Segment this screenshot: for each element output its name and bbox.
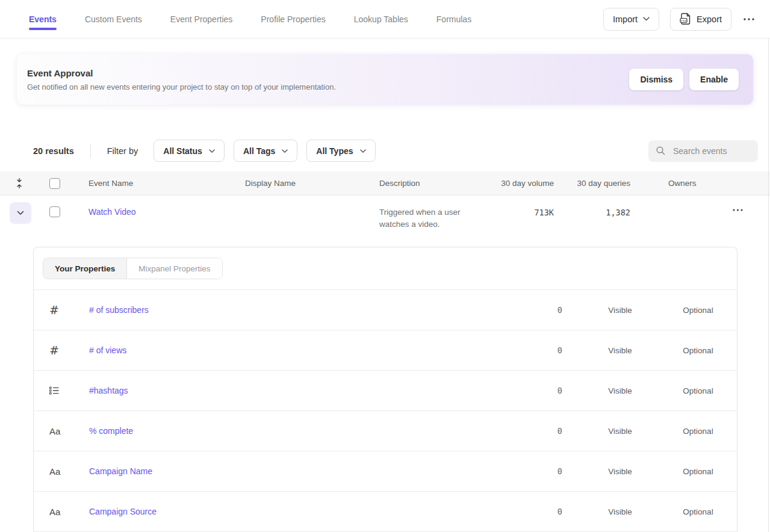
status-filter-dropdown[interactable]: All Status xyxy=(154,140,225,162)
import-button[interactable]: Import xyxy=(603,8,659,31)
tab-event-properties[interactable]: Event Properties xyxy=(170,0,233,38)
properties-segmented-control: Your Properties Mixpanel Properties xyxy=(43,258,223,279)
tab-custom-events[interactable]: Custom Events xyxy=(85,0,142,38)
list-type-icon xyxy=(49,386,89,395)
ellipsis-icon xyxy=(744,18,754,20)
text-type-icon: Aa xyxy=(49,466,89,477)
enable-button[interactable]: Enable xyxy=(689,69,739,90)
property-requirement: Optional xyxy=(659,507,737,516)
active-tab-underline xyxy=(29,28,57,30)
tab-mixpanel-properties[interactable]: Mixpanel Properties xyxy=(127,258,222,279)
property-row: # # of subscribers 0 Visible Optional xyxy=(34,290,737,330)
results-count: 20 results xyxy=(33,146,74,156)
property-name-link[interactable]: #hashtags xyxy=(89,386,128,395)
ellipsis-icon xyxy=(733,209,743,211)
filter-row: 20 results Filter by All Status All Tags… xyxy=(33,140,758,162)
tab-your-properties[interactable]: Your Properties xyxy=(43,258,127,279)
number-type-icon: # xyxy=(49,344,89,357)
properties-tabbar: Your Properties Mixpanel Properties xyxy=(34,247,737,290)
property-query-count: 0 xyxy=(461,426,581,436)
banner-title: Event Approval xyxy=(27,68,629,78)
property-name-link[interactable]: % complete xyxy=(89,426,133,436)
tab-formulas-label: Formulas xyxy=(436,14,471,24)
nav-actions: Import csv Export xyxy=(603,8,756,31)
property-row: Aa % complete 0 Visible Optional xyxy=(34,411,737,451)
property-visibility: Visible xyxy=(581,386,659,395)
tags-filter-label: All Tags xyxy=(243,146,275,156)
window-right-border xyxy=(768,39,769,532)
tab-formulas[interactable]: Formulas xyxy=(436,0,471,38)
types-filter-label: All Types xyxy=(316,146,353,156)
collapse-all-button[interactable] xyxy=(0,178,39,188)
tags-filter-dropdown[interactable]: All Tags xyxy=(234,140,297,162)
event-description: Triggered when a user watches a video. xyxy=(379,196,494,230)
tab-profile-properties[interactable]: Profile Properties xyxy=(261,0,325,38)
property-row: Aa Campaign Name 0 Visible Optional xyxy=(34,451,737,492)
banner-actions: Dismiss Enable xyxy=(629,69,739,90)
event-properties-panel: Your Properties Mixpanel Properties # # … xyxy=(33,247,737,532)
export-button[interactable]: csv Export xyxy=(670,8,731,31)
types-filter-dropdown[interactable]: All Types xyxy=(306,140,375,162)
property-name-link[interactable]: # of views xyxy=(89,345,126,355)
column-header-volume: 30 day volume xyxy=(494,179,554,188)
column-header-description: Description xyxy=(379,179,494,188)
event-30day-volume: 713K xyxy=(534,208,554,217)
event-approval-banner: Event Approval Get notified on all new e… xyxy=(17,54,753,105)
text-type-icon: Aa xyxy=(49,507,89,517)
property-visibility: Visible xyxy=(581,306,659,315)
top-nav: Events Custom Events Event Properties Pr… xyxy=(0,0,770,39)
chevron-down-icon xyxy=(209,149,215,153)
tab-profile-properties-label: Profile Properties xyxy=(261,14,325,24)
property-query-count: 0 xyxy=(461,345,581,355)
import-button-label: Import xyxy=(613,14,638,24)
svg-text:csv: csv xyxy=(681,19,686,22)
row-more-options-button[interactable] xyxy=(729,205,747,215)
property-visibility: Visible xyxy=(581,467,659,476)
nav-tabs: Events Custom Events Event Properties Pr… xyxy=(29,0,603,38)
collapse-row-button[interactable] xyxy=(10,202,31,224)
csv-file-icon: csv xyxy=(680,13,691,25)
row-checkbox[interactable] xyxy=(49,206,60,217)
property-name-link[interactable]: Campaign Name xyxy=(89,466,152,476)
property-requirement: Optional xyxy=(659,467,737,476)
column-header-owners: Owners xyxy=(630,179,721,188)
chevron-down-icon xyxy=(360,149,366,153)
select-all-checkbox[interactable] xyxy=(49,178,60,189)
property-visibility: Visible xyxy=(581,427,659,436)
events-table-header: Event Name Display Name Description 30 d… xyxy=(0,172,770,196)
column-header-queries: 30 day queries xyxy=(554,179,630,188)
number-type-icon: # xyxy=(49,303,89,317)
divider xyxy=(90,144,91,158)
search-input[interactable] xyxy=(672,146,751,156)
export-button-label: Export xyxy=(697,14,722,24)
event-row-watch-video: Watch Video Triggered when a user watche… xyxy=(0,196,770,247)
tab-lookup-tables[interactable]: Lookup Tables xyxy=(354,0,408,38)
more-options-button[interactable] xyxy=(742,16,756,23)
tab-event-properties-label: Event Properties xyxy=(170,14,233,24)
property-requirement: Optional xyxy=(659,346,737,355)
tab-custom-events-label: Custom Events xyxy=(85,14,142,24)
property-query-count: 0 xyxy=(461,466,581,476)
tab-lookup-tables-label: Lookup Tables xyxy=(354,14,408,24)
property-row: Aa Campaign Source 0 Visible Optional xyxy=(34,492,737,532)
tab-events-label: Events xyxy=(29,14,57,24)
status-filter-label: All Status xyxy=(163,146,202,156)
text-type-icon: Aa xyxy=(49,426,89,436)
property-requirement: Optional xyxy=(659,306,737,315)
event-name-link[interactable]: Watch Video xyxy=(88,207,136,217)
banner-text: Event Approval Get notified on all new e… xyxy=(27,68,629,91)
property-query-count: 0 xyxy=(461,305,581,315)
property-visibility: Visible xyxy=(581,507,659,516)
property-name-link[interactable]: Campaign Source xyxy=(89,507,157,516)
property-requirement: Optional xyxy=(659,427,737,436)
search-box[interactable] xyxy=(648,140,758,162)
banner-subtitle: Get notified on all new events entering … xyxy=(27,82,629,91)
property-name-link[interactable]: # of subscribers xyxy=(89,305,149,315)
tab-events[interactable]: Events xyxy=(29,0,57,38)
property-query-count: 0 xyxy=(461,507,581,516)
filter-by-label: Filter by xyxy=(107,146,138,156)
property-row: # # of views 0 Visible Optional xyxy=(34,330,737,371)
dismiss-button[interactable]: Dismiss xyxy=(629,69,683,90)
column-header-event-name: Event Name xyxy=(78,179,245,188)
search-icon xyxy=(656,146,666,156)
